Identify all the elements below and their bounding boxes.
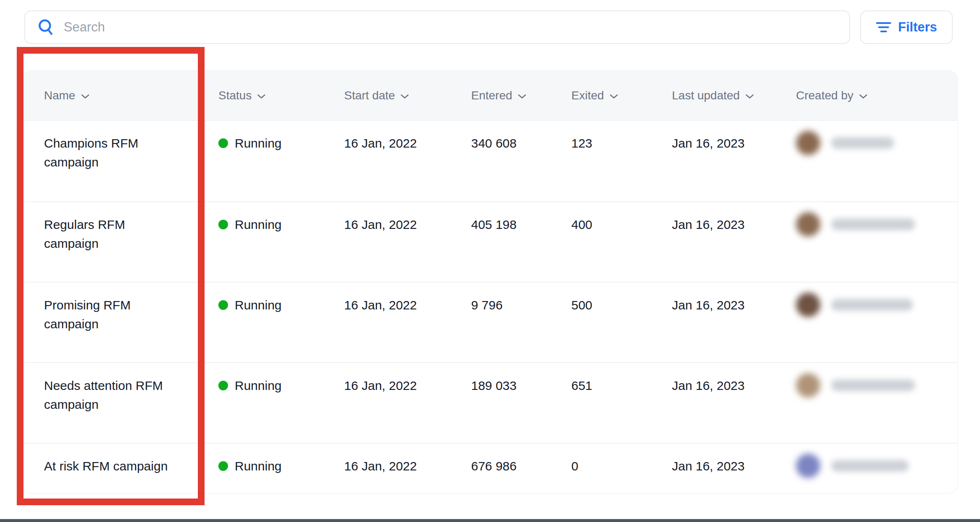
- status-cell: Running: [218, 202, 344, 282]
- campaign-name: Regulars RFM campaign: [44, 215, 174, 282]
- campaign-list-page: Filters Name Status Start date Entered E…: [0, 0, 980, 522]
- campaigns-table: Name Status Start date Entered Exited La…: [22, 70, 958, 493]
- column-header-created_by[interactable]: Created by: [796, 89, 942, 102]
- status-cell: Running: [218, 121, 344, 201]
- column-header-label: Status: [218, 89, 251, 102]
- creator-name-blurred: [831, 218, 915, 230]
- status-cell: Running: [218, 444, 344, 493]
- column-header-start_date[interactable]: Start date: [344, 89, 471, 102]
- start-date: 16 Jan, 2022: [344, 296, 471, 362]
- status-dot-icon: [218, 220, 228, 229]
- avatar: [796, 373, 820, 397]
- table-row[interactable]: At risk RFM campaign Running 16 Jan, 202…: [23, 443, 957, 493]
- created-by-cell: [796, 202, 942, 282]
- search-bar[interactable]: [24, 10, 850, 44]
- campaign-name: At risk RFM campaign: [44, 457, 174, 493]
- creator-name-blurred: [831, 379, 915, 391]
- table-body: Champions RFM campaign Running 16 Jan, 2…: [23, 121, 957, 493]
- status-cell: Running: [218, 283, 344, 362]
- status-dot-icon: [218, 461, 228, 471]
- exited-count: 123: [571, 134, 672, 201]
- status-label: Running: [235, 457, 282, 475]
- table-row[interactable]: Regulars RFM campaign Running 16 Jan, 20…: [23, 201, 957, 282]
- created-by-cell: [796, 444, 942, 493]
- column-header-label: Created by: [796, 89, 853, 102]
- avatar: [796, 293, 820, 317]
- column-header-name[interactable]: Name: [44, 89, 218, 102]
- table-row[interactable]: Needs attention RFM campaign Running 16 …: [23, 362, 957, 443]
- column-header-last_updated[interactable]: Last updated: [672, 89, 796, 102]
- status-dot-icon: [218, 300, 228, 310]
- campaign-name: Promising RFM campaign: [44, 296, 174, 362]
- status-label: Running: [235, 134, 282, 153]
- search-icon: [38, 18, 54, 36]
- column-header-status[interactable]: Status: [218, 89, 344, 102]
- exited-count: 651: [571, 376, 672, 443]
- column-header-label: Name: [44, 89, 75, 102]
- avatar: [796, 212, 820, 236]
- table-header-row: Name Status Start date Entered Exited La…: [23, 71, 957, 121]
- chevron-down-icon: [400, 94, 409, 99]
- created-by-cell: [796, 121, 942, 201]
- search-input[interactable]: [64, 20, 837, 35]
- exited-count: 0: [571, 457, 672, 493]
- entered-count: 405 198: [471, 215, 571, 282]
- filters-button[interactable]: Filters: [860, 10, 953, 44]
- entered-count: 189 033: [471, 376, 571, 443]
- table-row[interactable]: Promising RFM campaign Running 16 Jan, 2…: [23, 282, 957, 362]
- start-date: 16 Jan, 2022: [344, 215, 471, 282]
- avatar: [796, 131, 820, 155]
- created-by-cell: [796, 363, 942, 443]
- chevron-down-icon: [81, 94, 90, 99]
- exited-count: 400: [571, 215, 672, 282]
- chevron-down-icon: [859, 94, 868, 99]
- start-date: 16 Jan, 2022: [344, 134, 471, 201]
- column-header-label: Entered: [471, 89, 512, 102]
- column-header-entered[interactable]: Entered: [471, 89, 571, 102]
- status-cell: Running: [218, 363, 344, 443]
- exited-count: 500: [571, 296, 672, 362]
- last-updated-date: Jan 16, 2023: [672, 376, 796, 443]
- avatar: [796, 454, 820, 478]
- entered-count: 676 986: [471, 457, 571, 493]
- creator-name-blurred: [831, 299, 913, 311]
- campaign-name: Champions RFM campaign: [44, 134, 174, 201]
- entered-count: 340 608: [471, 134, 571, 201]
- bottom-edge-bar: [0, 519, 980, 522]
- table-row[interactable]: Champions RFM campaign Running 16 Jan, 2…: [23, 121, 957, 201]
- filters-button-label: Filters: [898, 20, 937, 35]
- last-updated-date: Jan 16, 2023: [672, 134, 796, 201]
- creator-name-blurred: [831, 460, 909, 472]
- entered-count: 9 796: [471, 296, 571, 362]
- status-dot-icon: [218, 381, 228, 390]
- last-updated-date: Jan 16, 2023: [672, 457, 796, 493]
- status-label: Running: [235, 296, 282, 314]
- chevron-down-icon: [518, 94, 526, 99]
- column-header-label: Exited: [571, 89, 604, 102]
- chevron-down-icon: [609, 94, 618, 99]
- chevron-down-icon: [745, 94, 754, 99]
- start-date: 16 Jan, 2022: [344, 376, 471, 443]
- column-header-label: Last updated: [672, 89, 740, 102]
- last-updated-date: Jan 16, 2023: [672, 296, 796, 362]
- column-header-exited[interactable]: Exited: [571, 89, 672, 102]
- status-label: Running: [235, 376, 282, 395]
- creator-name-blurred: [831, 137, 894, 149]
- last-updated-date: Jan 16, 2023: [672, 215, 796, 282]
- chevron-down-icon: [257, 94, 266, 99]
- campaign-name: Needs attention RFM campaign: [44, 376, 174, 443]
- status-dot-icon: [218, 138, 228, 148]
- start-date: 16 Jan, 2022: [344, 457, 471, 493]
- status-label: Running: [235, 215, 282, 234]
- filter-icon: [876, 21, 892, 33]
- created-by-cell: [796, 283, 942, 362]
- column-header-label: Start date: [344, 89, 395, 102]
